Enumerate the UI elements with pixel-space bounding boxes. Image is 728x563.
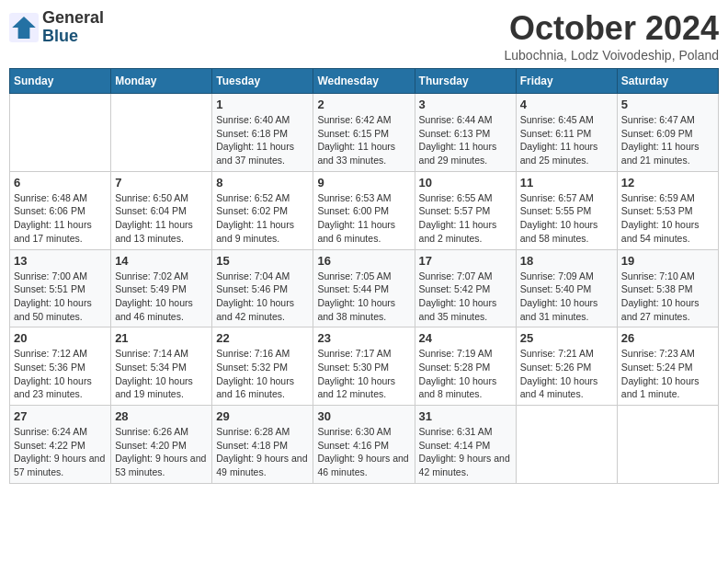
day-number: 5 bbox=[621, 98, 714, 111]
day-info: Sunrise: 6:59 AM Sunset: 5:53 PM Dayligh… bbox=[621, 191, 714, 246]
month-title: October 2024 bbox=[504, 9, 719, 48]
day-info: Sunrise: 6:53 AM Sunset: 6:00 PM Dayligh… bbox=[317, 191, 410, 246]
day-number: 24 bbox=[419, 331, 512, 345]
week-row-3: 13Sunrise: 7:00 AM Sunset: 5:51 PM Dayli… bbox=[10, 249, 719, 327]
day-info: Sunrise: 7:09 AM Sunset: 5:40 PM Dayligh… bbox=[520, 270, 613, 324]
calendar-cell: 7Sunrise: 6:50 AM Sunset: 6:04 PM Daylig… bbox=[111, 171, 212, 249]
week-row-2: 6Sunrise: 6:48 AM Sunset: 6:06 PM Daylig… bbox=[10, 171, 719, 249]
day-info: Sunrise: 7:07 AM Sunset: 5:42 PM Dayligh… bbox=[419, 270, 512, 324]
day-info: Sunrise: 6:55 AM Sunset: 5:57 PM Dayligh… bbox=[419, 191, 512, 246]
calendar-table: SundayMondayTuesdayWednesdayThursdayFrid… bbox=[9, 68, 719, 484]
calendar-cell: 27Sunrise: 6:24 AM Sunset: 4:22 PM Dayli… bbox=[10, 406, 111, 484]
calendar-cell bbox=[111, 94, 212, 172]
calendar-cell bbox=[617, 406, 718, 484]
logo-icon bbox=[9, 13, 39, 42]
day-number: 18 bbox=[520, 254, 613, 268]
day-info: Sunrise: 7:21 AM Sunset: 5:26 PM Dayligh… bbox=[520, 347, 613, 401]
day-number: 8 bbox=[216, 176, 309, 190]
day-info: Sunrise: 6:45 AM Sunset: 6:11 PM Dayligh… bbox=[520, 113, 613, 167]
day-number: 15 bbox=[216, 254, 309, 268]
day-number: 3 bbox=[419, 98, 512, 111]
day-header-sunday: Sunday bbox=[10, 69, 111, 94]
day-number: 19 bbox=[621, 254, 714, 268]
logo-text: General Blue bbox=[42, 9, 104, 46]
day-info: Sunrise: 6:30 AM Sunset: 4:16 PM Dayligh… bbox=[317, 425, 410, 479]
day-info: Sunrise: 7:05 AM Sunset: 5:44 PM Dayligh… bbox=[317, 270, 410, 324]
day-number: 29 bbox=[216, 409, 309, 423]
day-info: Sunrise: 6:57 AM Sunset: 5:55 PM Dayligh… bbox=[520, 191, 613, 246]
day-number: 21 bbox=[115, 331, 208, 345]
day-number: 4 bbox=[520, 98, 613, 111]
calendar-cell: 22Sunrise: 7:16 AM Sunset: 5:32 PM Dayli… bbox=[212, 327, 313, 406]
day-number: 22 bbox=[216, 331, 309, 345]
location-subtitle: Lubochnia, Lodz Voivodeship, Poland bbox=[504, 48, 719, 63]
day-number: 31 bbox=[419, 409, 512, 423]
day-info: Sunrise: 6:28 AM Sunset: 4:18 PM Dayligh… bbox=[216, 425, 309, 479]
day-info: Sunrise: 6:24 AM Sunset: 4:22 PM Dayligh… bbox=[14, 425, 107, 479]
logo-line2: Blue bbox=[42, 28, 104, 46]
day-info: Sunrise: 6:50 AM Sunset: 6:04 PM Dayligh… bbox=[115, 191, 208, 246]
calendar-cell: 29Sunrise: 6:28 AM Sunset: 4:18 PM Dayli… bbox=[212, 406, 313, 484]
calendar-cell: 2Sunrise: 6:42 AM Sunset: 6:15 PM Daylig… bbox=[313, 94, 415, 172]
day-info: Sunrise: 6:47 AM Sunset: 6:09 PM Dayligh… bbox=[621, 113, 714, 167]
day-header-friday: Friday bbox=[516, 69, 617, 94]
day-number: 27 bbox=[14, 409, 107, 423]
day-number: 13 bbox=[14, 254, 107, 268]
day-info: Sunrise: 7:02 AM Sunset: 5:49 PM Dayligh… bbox=[115, 270, 208, 324]
day-header-saturday: Saturday bbox=[617, 69, 718, 94]
day-number: 10 bbox=[419, 176, 512, 190]
logo-line1: General bbox=[42, 9, 104, 28]
calendar-cell: 30Sunrise: 6:30 AM Sunset: 4:16 PM Dayli… bbox=[313, 406, 415, 484]
day-info: Sunrise: 7:19 AM Sunset: 5:28 PM Dayligh… bbox=[419, 347, 512, 401]
calendar-cell: 11Sunrise: 6:57 AM Sunset: 5:55 PM Dayli… bbox=[516, 171, 617, 249]
logo: General Blue bbox=[9, 9, 104, 46]
day-number: 25 bbox=[520, 331, 613, 345]
calendar-cell: 15Sunrise: 7:04 AM Sunset: 5:46 PM Dayli… bbox=[212, 249, 313, 327]
day-header-wednesday: Wednesday bbox=[313, 69, 415, 94]
calendar-cell: 21Sunrise: 7:14 AM Sunset: 5:34 PM Dayli… bbox=[111, 327, 212, 406]
week-row-1: 1Sunrise: 6:40 AM Sunset: 6:18 PM Daylig… bbox=[10, 94, 719, 172]
day-number: 9 bbox=[317, 176, 410, 190]
day-number: 2 bbox=[317, 98, 410, 111]
day-number: 20 bbox=[14, 331, 107, 345]
calendar-cell: 4Sunrise: 6:45 AM Sunset: 6:11 PM Daylig… bbox=[516, 94, 617, 172]
calendar-cell: 18Sunrise: 7:09 AM Sunset: 5:40 PM Dayli… bbox=[516, 249, 617, 327]
calendar-cell: 19Sunrise: 7:10 AM Sunset: 5:38 PM Dayli… bbox=[617, 249, 718, 327]
calendar-cell: 31Sunrise: 6:31 AM Sunset: 4:14 PM Dayli… bbox=[415, 406, 516, 484]
calendar-cell: 24Sunrise: 7:19 AM Sunset: 5:28 PM Dayli… bbox=[415, 327, 516, 406]
day-number: 14 bbox=[115, 254, 208, 268]
calendar-cell: 9Sunrise: 6:53 AM Sunset: 6:00 PM Daylig… bbox=[313, 171, 415, 249]
calendar-body: 1Sunrise: 6:40 AM Sunset: 6:18 PM Daylig… bbox=[10, 94, 719, 484]
day-info: Sunrise: 7:00 AM Sunset: 5:51 PM Dayligh… bbox=[14, 270, 107, 324]
calendar-cell: 12Sunrise: 6:59 AM Sunset: 5:53 PM Dayli… bbox=[617, 171, 718, 249]
page-header: General Blue October 2024 Lubochnia, Lod… bbox=[9, 9, 719, 63]
day-info: Sunrise: 7:17 AM Sunset: 5:30 PM Dayligh… bbox=[317, 347, 410, 401]
day-info: Sunrise: 6:44 AM Sunset: 6:13 PM Dayligh… bbox=[419, 113, 512, 167]
day-number: 7 bbox=[115, 176, 208, 190]
day-info: Sunrise: 7:23 AM Sunset: 5:24 PM Dayligh… bbox=[621, 347, 714, 401]
day-number: 28 bbox=[115, 409, 208, 423]
calendar-cell: 6Sunrise: 6:48 AM Sunset: 6:06 PM Daylig… bbox=[10, 171, 111, 249]
day-number: 16 bbox=[317, 254, 410, 268]
day-info: Sunrise: 6:31 AM Sunset: 4:14 PM Dayligh… bbox=[419, 425, 512, 479]
day-header-thursday: Thursday bbox=[415, 69, 516, 94]
day-info: Sunrise: 7:10 AM Sunset: 5:38 PM Dayligh… bbox=[621, 270, 714, 324]
day-number: 1 bbox=[216, 98, 309, 111]
title-block: October 2024 Lubochnia, Lodz Voivodeship… bbox=[504, 9, 719, 63]
day-number: 30 bbox=[317, 409, 410, 423]
day-number: 26 bbox=[621, 331, 714, 345]
calendar-cell: 10Sunrise: 6:55 AM Sunset: 5:57 PM Dayli… bbox=[415, 171, 516, 249]
day-info: Sunrise: 7:12 AM Sunset: 5:36 PM Dayligh… bbox=[14, 347, 107, 401]
calendar-cell: 23Sunrise: 7:17 AM Sunset: 5:30 PM Dayli… bbox=[313, 327, 415, 406]
day-header-tuesday: Tuesday bbox=[212, 69, 313, 94]
week-row-4: 20Sunrise: 7:12 AM Sunset: 5:36 PM Dayli… bbox=[10, 327, 719, 406]
day-number: 23 bbox=[317, 331, 410, 345]
day-info: Sunrise: 7:16 AM Sunset: 5:32 PM Dayligh… bbox=[216, 347, 309, 401]
week-row-5: 27Sunrise: 6:24 AM Sunset: 4:22 PM Dayli… bbox=[10, 406, 719, 484]
calendar-cell: 17Sunrise: 7:07 AM Sunset: 5:42 PM Dayli… bbox=[415, 249, 516, 327]
day-info: Sunrise: 6:40 AM Sunset: 6:18 PM Dayligh… bbox=[216, 113, 309, 167]
calendar-cell: 1Sunrise: 6:40 AM Sunset: 6:18 PM Daylig… bbox=[212, 94, 313, 172]
day-number: 6 bbox=[14, 176, 107, 190]
calendar-header-row: SundayMondayTuesdayWednesdayThursdayFrid… bbox=[10, 69, 719, 94]
calendar-cell: 5Sunrise: 6:47 AM Sunset: 6:09 PM Daylig… bbox=[617, 94, 718, 172]
